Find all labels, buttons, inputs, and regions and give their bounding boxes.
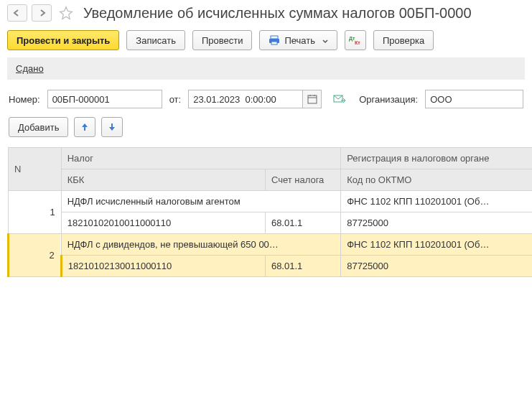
dtkt-button[interactable]: Дт Кт (345, 30, 366, 50)
send-icon[interactable] (333, 93, 346, 105)
cell-tax[interactable]: НДФЛ исчисленный налоговым агентом (61, 191, 340, 212)
arrow-up-icon (80, 122, 89, 132)
check-label: Проверка (383, 35, 424, 46)
col-header-registration[interactable]: Регистрация в налоговом органе (341, 148, 532, 169)
print-button[interactable]: Печать (259, 30, 337, 50)
add-label: Добавить (18, 122, 59, 133)
col-header-oktmo[interactable]: Код по ОКТМО (341, 169, 532, 191)
col-header-kbk[interactable]: КБК (61, 169, 265, 191)
table-row[interactable]: 1821010213001100011068.01.187725000 (9, 256, 533, 277)
calendar-button[interactable] (303, 90, 322, 108)
table-row[interactable]: 1821010201001100011068.01.187725000 (9, 212, 533, 234)
cell-account[interactable]: 68.01.1 (265, 212, 340, 234)
cell-n[interactable]: 1 (9, 191, 62, 234)
calendar-icon (307, 94, 317, 104)
chevron-down-icon (322, 35, 328, 46)
cell-kbk[interactable]: 18210102010011000110 (61, 212, 265, 234)
date-label: от: (169, 94, 182, 105)
number-input[interactable] (47, 90, 162, 108)
cell-oktmo[interactable]: 87725000 (341, 256, 532, 277)
svg-rect-5 (308, 95, 317, 103)
page-title: Уведомление об исчисленных суммах налого… (83, 5, 472, 22)
table-row[interactable]: 2НДФЛ с дивидендов, не превышающей 650 0… (9, 234, 533, 256)
org-input[interactable] (425, 90, 523, 108)
check-button[interactable]: Проверка (373, 30, 434, 50)
tax-table: N Налог Регистрация в налоговом органе С… (7, 147, 532, 277)
table-row[interactable]: 1НДФЛ исчисленный налоговым агентомФНС 1… (9, 191, 533, 212)
col-header-tax[interactable]: Налог (61, 148, 340, 169)
dtkt-icon: Дт Кт (349, 35, 362, 45)
cell-n[interactable]: 2 (9, 234, 62, 277)
nav-back-button[interactable] (7, 4, 27, 22)
cell-tax[interactable]: НДФЛ с дивидендов, не превышающей 650 00… (61, 234, 340, 256)
svg-text:Кт: Кт (355, 40, 360, 45)
post-button[interactable]: Провести (192, 30, 253, 50)
write-label: Записать (136, 35, 176, 46)
cell-registration[interactable]: ФНС 1102 КПП 110201001 (Об… (341, 234, 532, 256)
write-button[interactable]: Записать (126, 30, 185, 50)
post-and-close-button[interactable]: Провести и закрыть (7, 30, 119, 50)
move-down-button[interactable] (101, 117, 123, 137)
svg-rect-2 (271, 42, 277, 45)
cell-registration[interactable]: ФНС 1102 КПП 110201001 (Об… (341, 191, 532, 212)
cell-account[interactable]: 68.01.1 (265, 256, 340, 277)
cell-oktmo[interactable]: 87725000 (341, 212, 532, 234)
printer-icon (269, 35, 280, 45)
move-up-button[interactable] (74, 117, 95, 137)
nav-forward-button[interactable] (32, 4, 52, 22)
status-bar: Сдано (7, 57, 525, 80)
number-label: Номер: (9, 94, 40, 105)
post-and-close-label: Провести и закрыть (17, 35, 110, 46)
col-header-account[interactable]: Счет налога (265, 169, 340, 191)
org-label: Организация: (359, 94, 418, 105)
col-header-n[interactable]: N (9, 148, 62, 191)
post-label: Провести (202, 35, 243, 46)
svg-rect-0 (271, 36, 278, 39)
cell-kbk[interactable]: 18210102130011000110 (61, 256, 265, 277)
add-button[interactable]: Добавить (9, 117, 68, 137)
date-input[interactable] (188, 90, 303, 108)
arrow-down-icon (108, 122, 116, 132)
favorite-star-icon[interactable] (56, 4, 76, 22)
status-link[interactable]: Сдано (16, 63, 44, 74)
print-label: Печать (284, 35, 315, 46)
